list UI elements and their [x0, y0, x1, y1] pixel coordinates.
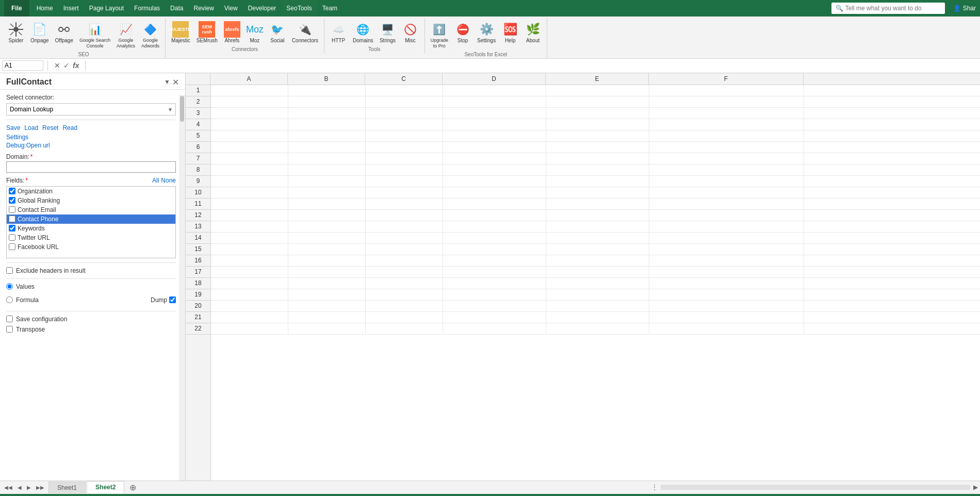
grid-cell[interactable]: [443, 278, 546, 289]
col-header-d[interactable]: D: [443, 73, 546, 85]
grid-cell[interactable]: [288, 221, 366, 233]
grid-cell[interactable]: [366, 119, 443, 130]
row-header-11[interactable]: 11: [186, 199, 210, 210]
google-analytics-button[interactable]: 📈 GoogleAnalytics: [114, 20, 138, 51]
grid-cell[interactable]: [546, 267, 649, 278]
row-header-19[interactable]: 19: [186, 289, 210, 301]
grid-cell[interactable]: [288, 199, 366, 210]
cancel-formula-icon[interactable]: ✕: [54, 61, 60, 70]
ahrefs-button[interactable]: ahrefs Ahrefs: [221, 20, 243, 45]
sidebar-scrollbar[interactable]: [179, 95, 185, 481]
grid-cell[interactable]: [366, 187, 443, 199]
sheet-nav-prev[interactable]: ◀: [15, 484, 24, 491]
misc-button[interactable]: 🚫 Misc: [400, 20, 421, 45]
grid-cell[interactable]: [443, 289, 546, 301]
field-checkbox-global-ranking[interactable]: [9, 197, 15, 204]
grid-cell[interactable]: [366, 199, 443, 210]
grid-cell[interactable]: [443, 233, 546, 244]
onpage-button[interactable]: 📄 Onpage: [28, 20, 52, 45]
grid-cell[interactable]: [366, 130, 443, 142]
grid-cell[interactable]: [649, 96, 804, 108]
grid-cell[interactable]: [211, 255, 288, 267]
field-item-keywords[interactable]: Keywords: [7, 224, 175, 233]
grid-cell[interactable]: [443, 85, 546, 96]
grid-cell[interactable]: [288, 267, 366, 278]
grid-cell[interactable]: [288, 108, 366, 119]
sheet-nav-next[interactable]: ▶: [25, 484, 33, 491]
grid-cell[interactable]: [546, 244, 649, 255]
help-button[interactable]: 🆘 Help: [499, 20, 521, 45]
grid-cell[interactable]: [288, 187, 366, 199]
grid-cell[interactable]: [443, 153, 546, 164]
row-header-22[interactable]: 22: [186, 323, 210, 335]
grid-cell[interactable]: [546, 108, 649, 119]
grid-cell[interactable]: [211, 289, 288, 301]
grid-cell[interactable]: [649, 233, 804, 244]
grid-cell[interactable]: [546, 176, 649, 187]
sheet-scroll-left[interactable]: ⋮: [651, 484, 658, 491]
grid-cell[interactable]: [443, 130, 546, 142]
grid-cell[interactable]: [546, 221, 649, 233]
grid-cell[interactable]: [546, 233, 649, 244]
sidebar-scrollbar-thumb[interactable]: [180, 96, 184, 122]
grid-cell[interactable]: [649, 210, 804, 221]
field-item-global-ranking[interactable]: Global Ranking: [7, 196, 175, 205]
strings-button[interactable]: 🖥️ Strings: [377, 20, 399, 45]
confirm-formula-icon[interactable]: ✓: [63, 61, 70, 70]
row-header-20[interactable]: 20: [186, 301, 210, 312]
field-checkbox-contact-email[interactable]: [9, 206, 15, 213]
cell-reference-input[interactable]: A1: [2, 60, 43, 71]
grid-cell[interactable]: [649, 108, 804, 119]
grid-cell[interactable]: [649, 130, 804, 142]
grid-cell[interactable]: [443, 301, 546, 312]
grid-cell[interactable]: [649, 278, 804, 289]
grid-cell[interactable]: [443, 142, 546, 153]
field-checkbox-keywords[interactable]: [9, 225, 15, 232]
col-header-e[interactable]: E: [546, 73, 649, 85]
grid-cell[interactable]: [443, 255, 546, 267]
reset-link[interactable]: Reset: [42, 124, 58, 131]
sheet-scroll-bar[interactable]: [661, 485, 970, 490]
grid-cell[interactable]: [546, 130, 649, 142]
save-config-checkbox[interactable]: [6, 316, 13, 322]
grid-cell[interactable]: [211, 96, 288, 108]
menu-data[interactable]: Data: [165, 0, 188, 16]
grid-cell[interactable]: [649, 323, 804, 335]
row-header-6[interactable]: 6: [186, 142, 210, 153]
menu-view[interactable]: View: [219, 0, 243, 16]
grid-cell[interactable]: [546, 301, 649, 312]
grid-cell[interactable]: [211, 221, 288, 233]
grid-cell[interactable]: [366, 323, 443, 335]
stop-button[interactable]: ⛔ Stop: [452, 20, 473, 45]
grid-cell[interactable]: [288, 278, 366, 289]
col-header-f[interactable]: F: [649, 73, 804, 85]
grid-cell[interactable]: [211, 164, 288, 176]
google-search-console-button[interactable]: 📊 Google SearchConsole: [77, 20, 113, 51]
grid-cell[interactable]: [211, 267, 288, 278]
grid-cell[interactable]: [366, 301, 443, 312]
all-link[interactable]: All: [152, 177, 159, 184]
sheet-scroll-right[interactable]: ▶: [973, 484, 978, 491]
menu-developer[interactable]: Developer: [243, 0, 282, 16]
grid-cell[interactable]: [211, 233, 288, 244]
grid-cell[interactable]: [366, 96, 443, 108]
grid-cell[interactable]: [443, 267, 546, 278]
field-checkbox-organization[interactable]: [9, 188, 15, 194]
field-checkbox-twitter-url[interactable]: [9, 234, 15, 241]
field-item-facebook-url[interactable]: Facebook URL: [7, 242, 175, 252]
grid-cell[interactable]: [288, 323, 366, 335]
row-header-15[interactable]: 15: [186, 244, 210, 255]
grid-cell[interactable]: [211, 323, 288, 335]
grid-cell[interactable]: [366, 289, 443, 301]
grid-cell[interactable]: [546, 312, 649, 323]
grid-cell[interactable]: [211, 176, 288, 187]
semrush-button[interactable]: SEMrush SEMrush: [194, 20, 220, 45]
grid-cell[interactable]: [366, 233, 443, 244]
menu-seotools[interactable]: SeoTools: [281, 0, 317, 16]
sheet-tab-sheet1[interactable]: Sheet1: [48, 482, 86, 493]
grid-cell[interactable]: [211, 142, 288, 153]
domains-button[interactable]: 🌐 Domains: [350, 20, 375, 45]
row-header-10[interactable]: 10: [186, 187, 210, 199]
grid-cell[interactable]: [443, 199, 546, 210]
grid-cell[interactable]: [366, 176, 443, 187]
